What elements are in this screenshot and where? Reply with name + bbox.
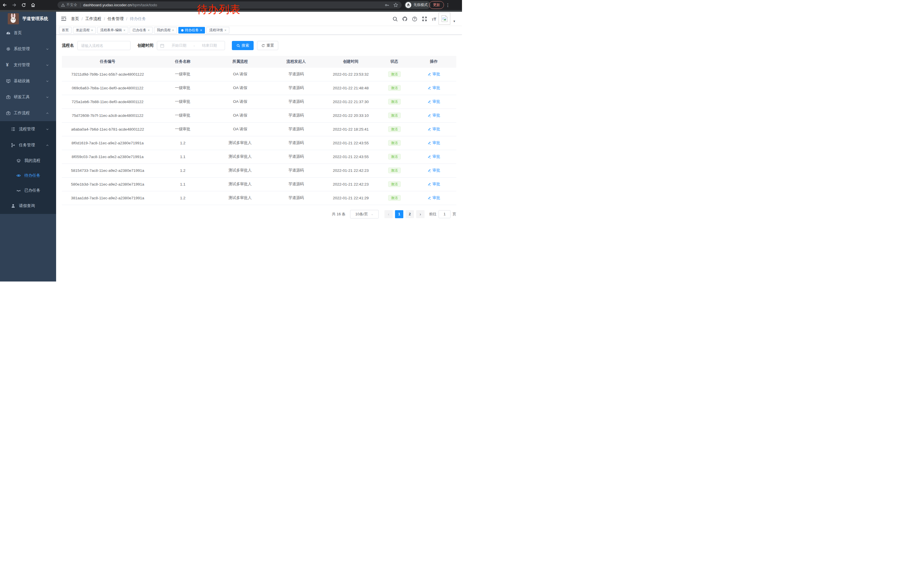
sidebar-item-我的流程[interactable]: 我的流程 xyxy=(0,153,56,168)
browser-reload-button[interactable] xyxy=(19,0,28,10)
approve-link[interactable]: 审批 xyxy=(428,113,440,118)
breadcrumb-separator: / xyxy=(104,17,105,21)
bookmark-star-icon[interactable] xyxy=(393,3,398,8)
search-button[interactable]: 搜索 xyxy=(232,41,254,50)
sidebar-item-label: 基础设施 xyxy=(14,78,30,84)
approve-link[interactable]: 审批 xyxy=(428,86,440,90)
browser-update-button[interactable]: 更新 xyxy=(429,1,444,9)
page-button-1[interactable]: 1 xyxy=(395,210,404,218)
list-icon xyxy=(11,127,15,131)
approve-link[interactable]: 审批 xyxy=(428,182,440,187)
breadcrumb-item-任务管理[interactable]: 任务管理 xyxy=(108,17,124,21)
approve-link[interactable]: 审批 xyxy=(428,126,440,132)
sidebar-item-请假查询[interactable]: 请假查询 xyxy=(0,198,56,214)
status-badge: 激活 xyxy=(388,113,401,118)
next-page-button[interactable]: › xyxy=(416,210,424,218)
edit-icon xyxy=(428,127,431,131)
start-date-placeholder: 开始日期 xyxy=(166,43,191,48)
reset-button[interactable]: 重置 xyxy=(257,41,278,50)
tab-label: 发起流程 xyxy=(76,28,90,33)
dashboard-icon xyxy=(6,31,10,35)
sidebar-item-已办任务[interactable]: 已办任务 xyxy=(0,183,56,198)
sidebar-item-首页[interactable]: 首页 xyxy=(0,25,56,41)
chevron-down-icon xyxy=(45,63,49,67)
monitor-icon xyxy=(6,79,10,83)
sidebar-item-待办任务[interactable]: 待办任务 xyxy=(0,168,56,183)
browser-home-button[interactable] xyxy=(28,0,38,10)
breadcrumb-separator: / xyxy=(82,17,83,21)
security-status[interactable]: 不安全 xyxy=(61,3,77,8)
tab-流程表单-编辑[interactable]: 流程表单-编辑× xyxy=(98,27,128,33)
incognito-label: 无痕模式 xyxy=(413,3,428,8)
approve-link[interactable]: 审批 xyxy=(428,168,440,173)
page-size-select[interactable]: 10条/页 ⌄ xyxy=(350,210,379,219)
avatar[interactable] xyxy=(438,13,450,25)
font-size-icon[interactable]: TT xyxy=(431,17,437,22)
process-name-input[interactable] xyxy=(77,41,130,50)
sidebar-item-流程管理[interactable]: 流程管理 xyxy=(0,121,56,137)
column-header-流程发起人: 流程发起人 xyxy=(268,56,324,67)
sidebar-item-工作流程[interactable]: 工作流程 xyxy=(0,105,56,121)
browser-back-button[interactable] xyxy=(0,0,9,10)
tab-待办任务[interactable]: 待办任务× xyxy=(178,27,205,33)
breadcrumb-item-工作流程[interactable]: 工作流程 xyxy=(85,17,101,21)
goto-page-input[interactable] xyxy=(438,210,450,218)
reload-icon xyxy=(21,3,26,8)
sidebar-item-label: 请假查询 xyxy=(19,203,35,209)
page-button-2[interactable]: 2 xyxy=(406,210,414,218)
status-badge: 激活 xyxy=(388,99,401,105)
approve-link[interactable]: 审批 xyxy=(428,72,440,77)
search-icon[interactable] xyxy=(393,17,398,22)
sidebar-item-基础设施[interactable]: 基础设施 xyxy=(0,73,56,89)
tab-close-icon[interactable]: × xyxy=(172,29,174,32)
approve-link[interactable]: 审批 xyxy=(428,99,440,104)
browser-forward-button[interactable] xyxy=(9,0,19,10)
cell-process: OA 请假 xyxy=(212,67,268,81)
fullscreen-icon[interactable] xyxy=(422,17,427,22)
approve-link[interactable]: 审批 xyxy=(428,140,440,146)
help-icon[interactable] xyxy=(412,17,417,22)
password-key-icon[interactable] xyxy=(385,3,389,8)
status-badge: 激活 xyxy=(388,154,401,159)
tab-label: 待办任务 xyxy=(185,28,199,33)
annotation-text: 待办列表 xyxy=(197,2,240,17)
tab-close-icon[interactable]: × xyxy=(123,29,125,32)
refresh-icon xyxy=(261,44,265,48)
cell-task-id: a6aba0a4-7b6d-11ec-b781-acde48001122 xyxy=(62,122,153,136)
tab-发起流程[interactable]: 发起流程× xyxy=(73,27,96,33)
tab-首页[interactable]: 首页 xyxy=(59,27,72,33)
sidebar: 芋道管理系统 首页系统管理¥支付管理基础设施研发工具工作流程流程管理任务管理我的… xyxy=(0,12,56,281)
cell-task-name: 一级审批 xyxy=(153,95,212,108)
approve-link[interactable]: 审批 xyxy=(428,154,440,159)
tab-close-icon[interactable]: × xyxy=(224,29,226,32)
avatar-caret-icon[interactable]: ▾ xyxy=(453,19,455,23)
cell-created: 2022-01-21 22:43:55 xyxy=(324,150,377,164)
sidebar-item-系统管理[interactable]: 系统管理 xyxy=(0,41,56,57)
tab-已办任务[interactable]: 已办任务× xyxy=(130,27,153,33)
tab-流程详情[interactable]: 流程详情× xyxy=(206,27,229,33)
search-icon xyxy=(237,44,240,48)
cell-starter: 芋道源码 xyxy=(268,150,324,164)
breadcrumb-item-首页[interactable]: 首页 xyxy=(71,17,79,21)
approve-link[interactable]: 审批 xyxy=(428,195,440,200)
github-icon[interactable] xyxy=(402,17,408,22)
tags-view-bar: 首页发起流程×流程表单-编辑×已办任务×我的流程×待办任务×流程详情× xyxy=(56,26,462,35)
prev-page-button[interactable]: ‹ xyxy=(384,210,393,218)
pagination-total: 共 16 条 xyxy=(332,212,345,217)
browser-menu-dots-icon[interactable]: ⋮ xyxy=(446,0,450,10)
page-unit-label: 页 xyxy=(453,212,456,217)
cell-created: 2022-01-21 22:42:23 xyxy=(324,177,377,191)
date-range-picker[interactable]: 开始日期 - 结束日期 xyxy=(157,41,225,50)
sidebar-collapse-button[interactable] xyxy=(56,16,71,21)
logo-row[interactable]: 芋道管理系统 xyxy=(0,12,56,26)
sidebar-item-任务管理[interactable]: 任务管理 xyxy=(0,137,56,153)
cell-task-name: 一级审批 xyxy=(153,81,212,95)
sidebar-item-支付管理[interactable]: ¥支付管理 xyxy=(0,57,56,73)
sidebar-item-研发工具[interactable]: 研发工具 xyxy=(0,89,56,105)
cell-task-id: 8f0d1619-7ac8-11ec-a9e2-a2380e71991a xyxy=(62,136,153,150)
tab-close-icon[interactable]: × xyxy=(91,29,93,32)
tab-close-icon[interactable]: × xyxy=(148,29,150,32)
tab-close-icon[interactable]: × xyxy=(200,29,202,32)
tab-我的流程[interactable]: 我的流程× xyxy=(154,27,177,33)
column-header-任务名称: 任务名称 xyxy=(153,56,212,67)
